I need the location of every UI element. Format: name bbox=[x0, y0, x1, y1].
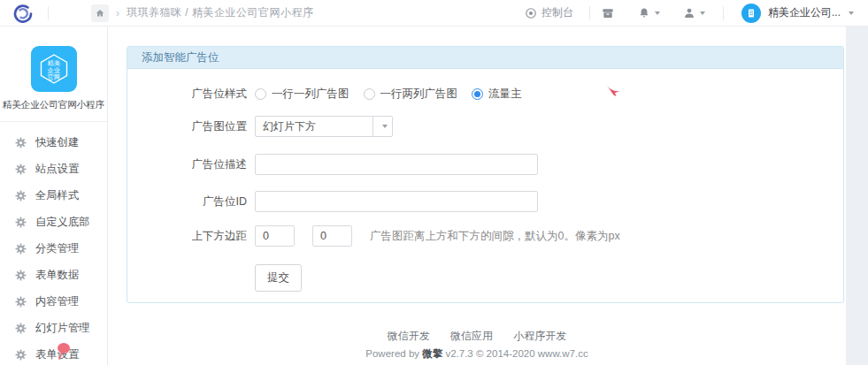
radio-label: 流量主 bbox=[488, 87, 522, 102]
form-row-ad-id: 广告位ID bbox=[127, 191, 843, 212]
red-cursor-decoration bbox=[606, 83, 622, 97]
red-cursor-decoration bbox=[53, 342, 73, 360]
gear-icon bbox=[15, 137, 27, 148]
chevron-down-icon bbox=[382, 125, 388, 128]
box-icon bbox=[601, 6, 615, 20]
user-name[interactable]: 精美企业公司... bbox=[768, 5, 841, 20]
powered-suffix: v2.7.3 © 2014-2020 www.w7.cc bbox=[442, 348, 588, 359]
account-button[interactable] bbox=[683, 7, 705, 19]
panel-title: 添加智能广告位 bbox=[127, 47, 843, 69]
ad-style-label: 广告位样式 bbox=[127, 87, 247, 102]
radio-icon[interactable] bbox=[255, 88, 266, 100]
storage-button[interactable] bbox=[601, 6, 615, 20]
chevron-down-icon[interactable] bbox=[849, 11, 854, 15]
powered-brand[interactable]: 微擎 bbox=[422, 348, 442, 359]
powered-by: Powered by 微擎 v2.7.3 © 2014-2020 www.w7.… bbox=[108, 347, 846, 361]
sidebar-item-label: 内容管理 bbox=[35, 294, 79, 309]
select-value: 幻灯片下方 bbox=[256, 119, 373, 134]
ad-position-label: 广告图位置 bbox=[127, 119, 247, 134]
radio-label: 一行两列广告图 bbox=[380, 87, 458, 102]
gear-icon bbox=[15, 190, 27, 202]
page-gutter bbox=[846, 27, 868, 365]
sidebar-item-quick-create[interactable]: 快速创建 bbox=[0, 129, 107, 156]
sidebar-item-label: 快速创建 bbox=[35, 135, 79, 150]
ad-desc-label: 广告位描述 bbox=[127, 157, 247, 172]
gear-icon bbox=[15, 296, 27, 308]
topbar-divider bbox=[589, 6, 590, 20]
sidebar-item-form-data[interactable]: 表单数据 bbox=[0, 262, 107, 288]
gear-icon bbox=[15, 323, 27, 334]
sidebar: 精美 企业 官网 精美企业公司官网小程序 快速创建 站点设置 全局样式 自定义底 bbox=[0, 27, 108, 365]
app-name: 精美企业公司官网小程序 bbox=[0, 99, 107, 111]
notifications-button[interactable] bbox=[638, 7, 660, 19]
avatar[interactable] bbox=[741, 4, 761, 23]
sidebar-item-custom-footer[interactable]: 自定义底部 bbox=[0, 209, 107, 235]
bell-icon bbox=[638, 7, 650, 19]
app-logo-line: 官网 bbox=[47, 73, 59, 81]
sidebar-item-label: 幻灯片管理 bbox=[35, 321, 89, 336]
radio-traffic-master[interactable]: 流量主 bbox=[472, 87, 522, 102]
console-label: 控制台 bbox=[542, 5, 573, 20]
footer: 微信开发 微信应用 小程序开发 Powered by 微擎 v2.7.3 © 2… bbox=[108, 329, 846, 361]
ad-desc-input[interactable] bbox=[255, 154, 538, 175]
form-row-ad-desc: 广告位描述 bbox=[127, 154, 843, 175]
sidebar-menu: 快速创建 站点设置 全局样式 自定义底部 分类管理 表单数据 bbox=[0, 122, 107, 365]
topbar-divider bbox=[48, 6, 49, 20]
breadcrumb: 琪琪养猫咪 / 精美企业公司官网小程序 bbox=[127, 5, 314, 20]
sidebar-item-category-manage[interactable]: 分类管理 bbox=[0, 235, 107, 262]
topbar: › 琪琪养猫咪 / 精美企业公司官网小程序 控制台 bbox=[0, 0, 868, 27]
console-button[interactable]: 控制台 bbox=[525, 5, 573, 20]
radio-one-row-two-col[interactable]: 一行两列广告图 bbox=[364, 87, 458, 102]
w7-swirl-logo-icon[interactable] bbox=[12, 3, 34, 24]
sidebar-item-label: 表单数据 bbox=[35, 268, 79, 283]
powered-prefix: Powered by bbox=[365, 348, 422, 359]
sidebar-item-label: 分类管理 bbox=[35, 241, 79, 256]
breadcrumb-chevron: › bbox=[116, 7, 119, 19]
building-icon bbox=[746, 8, 757, 19]
radio-icon[interactable] bbox=[364, 88, 375, 100]
panel-add-smart-ad: 添加智能广告位 广告位样式 一行一列广告图 一行两列广告图 bbox=[127, 46, 844, 303]
radio-one-row-one-col[interactable]: 一行一列广告图 bbox=[255, 87, 350, 102]
submit-button[interactable]: 提交 bbox=[255, 264, 302, 292]
footer-link-wechat-dev[interactable]: 微信开发 bbox=[388, 330, 430, 342]
margin-top-input[interactable] bbox=[255, 225, 295, 247]
footer-link-wechat-app[interactable]: 微信应用 bbox=[450, 330, 493, 342]
margin-hint: 广告图距离上方和下方的间隙，默认为0。像素为px bbox=[370, 229, 620, 244]
margin-bottom-input[interactable] bbox=[312, 225, 352, 247]
app-logo[interactable]: 精美 企业 官网 bbox=[31, 46, 77, 92]
target-icon bbox=[525, 7, 537, 19]
radio-icon[interactable] bbox=[472, 88, 483, 100]
sidebar-item-label: 自定义底部 bbox=[35, 215, 89, 230]
sidebar-item-site-settings[interactable]: 站点设置 bbox=[0, 156, 107, 182]
main-content: 添加智能广告位 广告位样式 一行一列广告图 一行两列广告图 bbox=[108, 27, 846, 365]
sidebar-item-global-style[interactable]: 全局样式 bbox=[0, 182, 107, 209]
chevron-down-icon bbox=[700, 11, 705, 15]
topbar-divider bbox=[723, 6, 724, 20]
sidebar-item-slider-manage[interactable]: 幻灯片管理 bbox=[0, 315, 107, 341]
ad-id-input[interactable] bbox=[255, 191, 538, 212]
chevron-down-icon bbox=[655, 11, 660, 15]
home-icon[interactable] bbox=[91, 4, 109, 22]
gear-icon bbox=[15, 243, 27, 255]
gear-icon bbox=[15, 270, 27, 281]
form-row-ad-style: 广告位样式 一行一列广告图 一行两列广告图 流量主 bbox=[127, 87, 843, 102]
gear-icon bbox=[15, 217, 27, 228]
gear-icon bbox=[15, 349, 27, 361]
sidebar-item-label: 站点设置 bbox=[35, 162, 79, 177]
form-row-ad-position: 广告图位置 幻灯片下方 bbox=[127, 116, 843, 137]
form-row-margin: 上下方边距 广告图距离上方和下方的间隙，默认为0。像素为px bbox=[127, 225, 843, 247]
select-dropdown-button[interactable] bbox=[373, 117, 392, 136]
footer-link-miniapp-dev[interactable]: 小程序开发 bbox=[513, 330, 566, 342]
margin-label: 上下方边距 bbox=[127, 229, 247, 244]
ad-id-label: 广告位ID bbox=[127, 194, 247, 209]
sidebar-item-label: 全局样式 bbox=[35, 188, 79, 203]
person-icon bbox=[683, 7, 695, 19]
sidebar-item-content-manage[interactable]: 内容管理 bbox=[0, 288, 107, 315]
ad-position-select[interactable]: 幻灯片下方 bbox=[255, 116, 393, 137]
form-row-submit: 提交 bbox=[255, 264, 843, 292]
radio-label: 一行一列广告图 bbox=[272, 87, 350, 102]
gear-icon bbox=[15, 163, 27, 175]
